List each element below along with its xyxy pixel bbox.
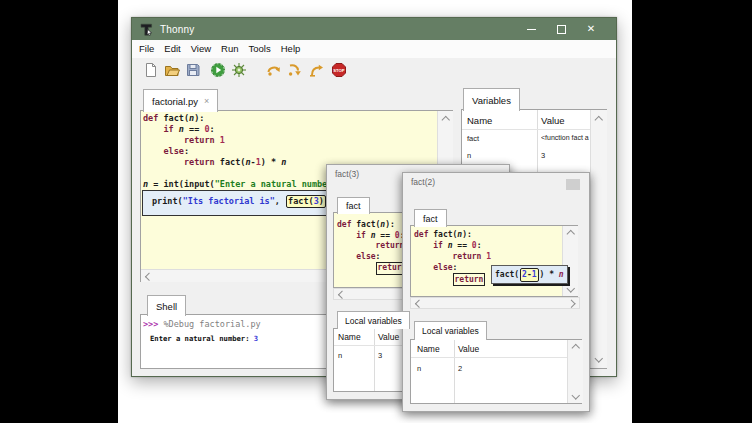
fact3-code-tab[interactable]: fact <box>337 197 370 214</box>
close-icon: ✕ <box>587 24 595 34</box>
scroll-left-icon[interactable] <box>145 272 153 280</box>
shell-tab-label: Shell <box>156 301 177 312</box>
editor-tab-label: factorial.py <box>152 96 198 107</box>
scroll-up-icon[interactable] <box>595 116 603 124</box>
variables-col-name: Name <box>467 115 492 126</box>
scroll-up-icon[interactable] <box>441 116 449 124</box>
fact2-horizontal-scrollbar[interactable] <box>410 297 580 309</box>
fact2-locals-tab[interactable]: Local variables <box>414 321 487 340</box>
menu-tools[interactable]: Tools <box>244 40 276 58</box>
fact2-code-tab[interactable]: fact <box>414 209 447 227</box>
minimize-button[interactable] <box>516 18 546 40</box>
local-var-value[interactable]: 2 <box>458 364 462 373</box>
fact2-vertical-scrollbar[interactable] <box>562 226 578 296</box>
locals-col-name: Name <box>417 344 440 354</box>
step-over-icon[interactable] <box>266 62 282 78</box>
scroll-down-icon[interactable] <box>566 284 574 292</box>
run-script-icon[interactable] <box>210 62 226 78</box>
var-name-fact[interactable]: fact <box>467 134 479 143</box>
var-name-n[interactable]: n <box>467 151 471 160</box>
locals-col-value: Value <box>378 332 399 342</box>
local-var-name[interactable]: n <box>417 364 421 373</box>
window-title: Thonny <box>160 24 195 35</box>
desktop: Thonny ✕ File Edit View Run Tools Help <box>118 0 632 423</box>
variables-col-value: Value <box>541 115 565 126</box>
step-into-icon[interactable] <box>287 62 303 78</box>
thonny-logo-icon <box>140 23 153 36</box>
menu-help[interactable]: Help <box>276 40 306 58</box>
screenshot-stage: Thonny ✕ File Edit View Run Tools Help <box>0 0 752 423</box>
step-out-icon[interactable] <box>308 62 324 78</box>
header-divider <box>462 129 590 130</box>
toolbar: STOP <box>132 58 616 87</box>
column-divider <box>374 329 375 391</box>
minimize-icon <box>527 29 536 30</box>
debug-script-icon[interactable] <box>231 62 247 78</box>
variables-tab-label: Variables <box>472 95 511 106</box>
local-var-value[interactable]: 3 <box>378 351 382 360</box>
titlebar[interactable]: Thonny ✕ <box>132 18 616 40</box>
fact2-locals-tab-label: Local variables <box>422 326 479 336</box>
scroll-down-icon[interactable] <box>595 354 603 362</box>
fact2-code-frame: def fact(n): if n == 0: return 1 else: r… <box>410 225 578 297</box>
shell-tab[interactable]: Shell <box>147 295 186 316</box>
maximize-icon <box>557 25 566 34</box>
menu-view[interactable]: View <box>186 40 216 58</box>
var-value-fact[interactable]: <function fact a <box>541 134 589 141</box>
tab-close-icon[interactable]: × <box>204 96 209 106</box>
open-file-icon[interactable] <box>164 62 180 78</box>
fact2-window-title: fact(2) <box>411 177 435 187</box>
locals-col-name: Name <box>338 332 361 342</box>
locals-col-value: Value <box>458 344 479 354</box>
column-divider <box>454 340 455 403</box>
scroll-left-icon[interactable] <box>415 299 423 307</box>
scroll-up-icon[interactable] <box>566 230 574 238</box>
menu-edit[interactable]: Edit <box>159 40 185 58</box>
fact2-tab-label: fact <box>423 214 438 224</box>
fact2-locals-table: Name Value n 2 <box>410 339 582 404</box>
local-var-name[interactable]: n <box>338 351 342 360</box>
header-divider <box>411 357 567 358</box>
fact2-window: fact(2) fact def fact(n): if n == 0: ret… <box>402 172 590 412</box>
var-value-n[interactable]: 3 <box>541 151 545 160</box>
variables-scrollbar[interactable] <box>590 110 607 368</box>
fact2-close-button[interactable] <box>566 179 580 190</box>
fact3-window-title: fact(3) <box>335 169 359 179</box>
fact3-locals-tab-label: Local variables <box>345 316 402 326</box>
new-file-icon[interactable] <box>143 62 159 78</box>
editor-tab-factorial[interactable]: factorial.py × <box>143 89 218 112</box>
fact3-locals-tab[interactable]: Local variables <box>337 311 410 329</box>
scroll-right-icon[interactable] <box>567 299 575 307</box>
close-button[interactable]: ✕ <box>576 18 606 40</box>
menu-run[interactable]: Run <box>216 40 243 58</box>
save-file-icon[interactable] <box>185 62 201 78</box>
menu-file[interactable]: File <box>134 40 159 58</box>
scroll-down-icon[interactable] <box>571 391 579 399</box>
maximize-button[interactable] <box>546 18 576 40</box>
fact2-code[interactable]: def fact(n): if n == 0: return 1 else: r… <box>411 226 562 296</box>
fact3-tab-label: fact <box>346 201 361 211</box>
menubar: File Edit View Run Tools Help <box>132 40 616 58</box>
scroll-up-icon[interactable] <box>571 344 579 352</box>
fact2-locals-scrollbar[interactable] <box>567 340 583 403</box>
stop-icon[interactable]: STOP <box>331 62 347 78</box>
scroll-left-icon[interactable] <box>338 290 346 298</box>
svg-text:STOP: STOP <box>333 68 345 73</box>
variables-tab[interactable]: Variables <box>463 88 520 111</box>
fact2-expression-box: fact(2-1) * n <box>491 265 568 284</box>
